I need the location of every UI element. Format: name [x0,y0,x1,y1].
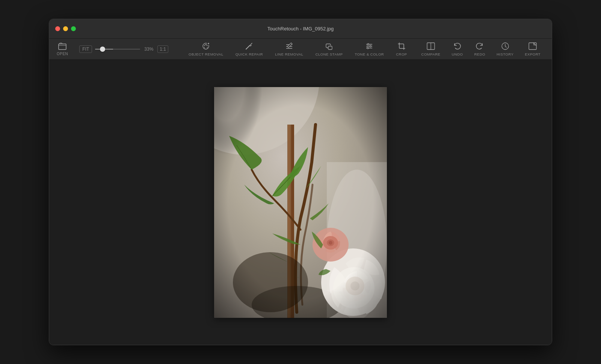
zoom-percent: 33% [143,47,154,52]
zoom-slider-container [95,49,140,50]
redo-tool[interactable]: REDO [469,39,490,59]
app-window: TouchRetouch - IMG_0952.jpg OPEN FIT 33%… [49,19,552,345]
history-tool[interactable]: HISTORY [491,39,519,59]
window-title: TouchRetouch - IMG_0952.jpg [267,26,334,32]
quick-repair-icon [245,42,254,51]
compare-tool[interactable]: COMPARE [416,39,446,59]
history-icon [501,42,510,51]
zoom-controls: FIT 33% 1:1 [79,45,168,53]
open-icon [58,42,66,51]
export-icon [528,42,537,51]
line-removal-tool[interactable]: LINE REMOVAL [270,39,309,59]
image-display [214,87,387,318]
maximize-button[interactable] [71,26,76,31]
zoom-one-label[interactable]: 1:1 [157,45,168,53]
svg-point-7 [367,44,369,45]
toolbar: OPEN FIT 33% 1:1 [49,39,552,60]
svg-rect-13 [529,43,536,50]
redo-label: REDO [474,52,485,56]
open-label: OPEN [57,52,68,56]
title-bar: TouchRetouch - IMG_0952.jpg [49,19,552,39]
line-removal-label: LINE REMOVAL [275,52,304,56]
traffic-lights [55,26,76,31]
close-button[interactable] [55,26,60,31]
svg-rect-32 [214,87,387,318]
line-removal-icon [285,42,294,51]
crop-label: CROP [396,52,407,56]
export-tool[interactable]: EXPORT [519,39,546,59]
object-removal-label: OBJECT REMOVAL [189,52,223,56]
compare-icon [426,42,435,51]
quick-repair-label: QUICK REPAIR [236,52,263,56]
object-removal-icon [201,42,210,51]
undo-label: UNDO [452,52,463,56]
svg-rect-6 [328,46,332,50]
svg-point-9 [367,47,368,49]
svg-rect-0 [59,44,66,50]
redo-icon [475,42,484,51]
history-label: HISTORY [497,52,513,56]
zoom-slider[interactable] [95,49,140,50]
tone-color-tool[interactable]: TONE & COLOR [350,39,390,59]
crop-tool[interactable]: CROP [391,39,412,59]
canvas-area[interactable] [49,60,552,345]
clone-stamp-tool[interactable]: CLONE STAMP [310,39,348,59]
export-label: EXPORT [525,52,541,56]
minimize-button[interactable] [63,26,68,31]
zoom-fit-label[interactable]: FIT [79,45,92,53]
crop-icon [397,42,406,51]
right-tools: COMPARE UNDO [416,39,546,59]
svg-point-8 [370,45,371,47]
flower-svg [214,87,387,318]
tone-color-label: TONE & COLOR [355,52,384,56]
tone-color-icon [365,42,374,51]
undo-icon [453,42,462,51]
main-tools: OBJECT REMOVAL QUICK REPAIR [183,39,412,59]
clone-stamp-label: CLONE STAMP [316,52,343,56]
object-removal-tool[interactable]: OBJECT REMOVAL [183,39,229,59]
undo-tool[interactable]: UNDO [446,39,468,59]
open-button[interactable]: OPEN [57,42,68,56]
quick-repair-tool[interactable]: QUICK REPAIR [230,39,268,59]
clone-stamp-icon [325,42,334,51]
compare-label: COMPARE [421,52,441,56]
